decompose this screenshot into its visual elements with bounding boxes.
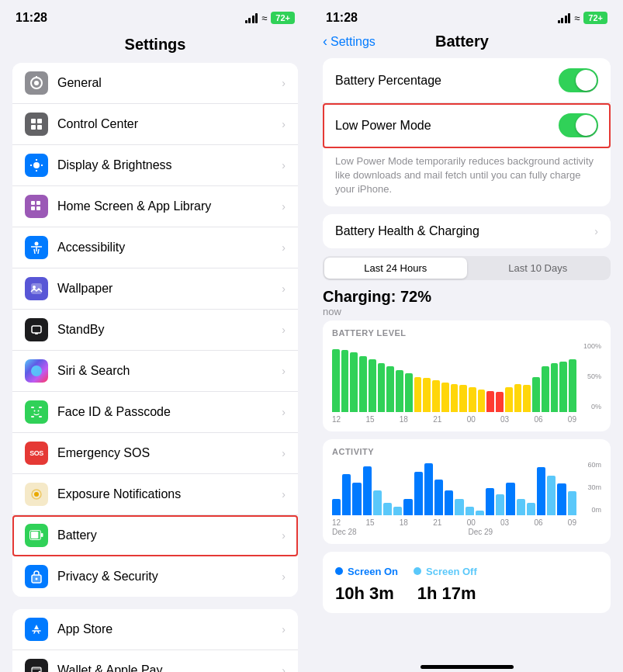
left-status-bar: 11:28 ≈ 72+ xyxy=(0,0,310,29)
sidebar-item-privacy[interactable]: Privacy & Security › xyxy=(12,556,298,597)
act-date-dec29: Dec 29 xyxy=(468,528,493,536)
tab-last-24-hours[interactable]: Last 24 Hours xyxy=(324,258,467,279)
battery-x-00: 00 xyxy=(467,415,476,424)
right-nav: ‹ Settings Battery xyxy=(310,29,623,58)
settings-group-secondary: App Store › Wallet & Apple Pay › xyxy=(0,609,310,672)
low-power-mode-toggle[interactable] xyxy=(559,113,598,137)
battery-health-card: Battery Health & Charging › xyxy=(323,214,611,248)
battery-x-21: 21 xyxy=(433,415,441,424)
act-y-30: 30m xyxy=(587,483,601,491)
sidebar-item-accessibility[interactable]: Accessibility › xyxy=(12,227,298,268)
act-bar xyxy=(486,488,494,515)
wallet-label: Wallet & Apple Pay xyxy=(57,663,282,672)
privacy-label: Privacy & Security xyxy=(57,570,282,584)
left-status-time: 11:28 xyxy=(16,11,47,25)
screen-off-time: 1h 17m xyxy=(417,584,476,604)
accessibility-icon xyxy=(25,236,48,259)
sidebar-item-appstore[interactable]: App Store › xyxy=(12,609,298,650)
battery-bar xyxy=(405,373,413,412)
svg-point-16 xyxy=(35,242,39,246)
tab-last-10-days[interactable]: Last 10 Days xyxy=(467,258,610,279)
screen-on-dot xyxy=(335,567,343,575)
screen-off-dot xyxy=(414,567,421,575)
charging-time: now xyxy=(323,306,611,317)
siri-chevron: › xyxy=(282,365,286,377)
left-panel: 11:28 ≈ 72+ Settings General › xyxy=(0,0,310,672)
battery-bar xyxy=(523,385,531,411)
sidebar-item-standby[interactable]: StandBy › xyxy=(12,310,298,351)
svg-rect-5 xyxy=(31,125,36,130)
screen-off-label: Screen Off xyxy=(426,566,477,577)
right-status-time: 11:28 xyxy=(326,11,358,25)
charging-label: Charging: 72% xyxy=(323,288,611,306)
svg-point-29 xyxy=(34,492,39,497)
act-bar xyxy=(434,480,443,515)
act-y-0: 0m xyxy=(591,506,601,514)
display-chevron: › xyxy=(282,159,286,171)
display-icon xyxy=(25,154,48,177)
activity-chart-title: ACTIVITY xyxy=(332,447,601,456)
act-x-09: 09 xyxy=(568,518,576,527)
exposure-icon xyxy=(25,483,48,506)
wallet-chevron: › xyxy=(282,664,286,672)
battery-bar xyxy=(359,356,367,412)
act-bar xyxy=(424,463,433,515)
left-signal-icon xyxy=(245,13,258,23)
svg-rect-12 xyxy=(31,201,35,205)
act-x-21: 21 xyxy=(433,518,441,527)
accessibility-label: Accessibility xyxy=(57,241,282,255)
appstore-label: App Store xyxy=(57,622,282,636)
battery-bar xyxy=(514,384,522,412)
svg-rect-13 xyxy=(36,201,40,205)
svg-point-7 xyxy=(33,162,40,168)
settings-list-main: General › Control Center › Display & Bri… xyxy=(12,63,298,597)
battery-bar xyxy=(505,387,513,412)
act-bar xyxy=(476,511,484,515)
act-bar xyxy=(352,483,361,515)
faceid-chevron: › xyxy=(282,406,286,418)
screen-times: 10h 3m 1h 17m xyxy=(335,584,598,604)
battery-health-row[interactable]: Battery Health & Charging › xyxy=(323,214,611,248)
homescreen-chevron: › xyxy=(282,200,286,213)
sidebar-item-homescreen[interactable]: Home Screen & App Library › xyxy=(12,186,298,227)
standby-label: StandBy xyxy=(57,323,282,337)
svg-rect-25 xyxy=(31,416,34,417)
act-bar xyxy=(445,490,453,515)
control-center-chevron: › xyxy=(282,118,286,130)
low-power-mode-toggle-knob xyxy=(576,115,597,136)
battery-percentage-toggle[interactable] xyxy=(559,68,598,92)
sidebar-item-faceid[interactable]: Face ID & Passcode › xyxy=(12,392,298,433)
sidebar-item-siri[interactable]: Siri & Search › xyxy=(12,351,298,392)
sidebar-item-sos[interactable]: SOS Emergency SOS › xyxy=(12,433,298,474)
battery-health-chevron: › xyxy=(594,225,598,237)
battery-health-label: Battery Health & Charging xyxy=(335,224,594,238)
back-chevron-icon: ‹ xyxy=(323,33,327,50)
battery-y-0: 0% xyxy=(591,403,601,410)
time-tabs: Last 24 Hours Last 10 Days xyxy=(323,256,611,280)
svg-rect-34 xyxy=(31,532,38,539)
sidebar-item-general[interactable]: General › xyxy=(12,63,298,104)
low-power-mode-row[interactable]: Low Power Mode xyxy=(323,103,611,148)
wallpaper-icon xyxy=(25,277,48,300)
act-bar xyxy=(393,507,402,515)
left-wifi-icon: ≈ xyxy=(261,12,267,24)
sidebar-item-control-center[interactable]: Control Center › xyxy=(12,104,298,145)
battery-percentage-row[interactable]: Battery Percentage xyxy=(323,58,611,103)
privacy-icon xyxy=(25,565,48,588)
sidebar-item-exposure[interactable]: Exposure Notifications › xyxy=(12,474,298,515)
svg-rect-14 xyxy=(31,206,35,210)
wallet-icon xyxy=(25,659,48,672)
act-bar xyxy=(466,507,474,515)
sidebar-item-wallpaper[interactable]: Wallpaper › xyxy=(12,268,298,310)
battery-bar xyxy=(459,385,467,411)
sidebar-item-wallet[interactable]: Wallet & Apple Pay › xyxy=(12,650,298,672)
back-button[interactable]: ‹ Settings xyxy=(323,33,376,50)
sidebar-item-display[interactable]: Display & Brightness › xyxy=(12,145,298,186)
wallpaper-chevron: › xyxy=(282,282,286,295)
sidebar-item-battery[interactable]: Battery › xyxy=(12,515,298,556)
standby-chevron: › xyxy=(282,324,286,336)
screen-on-time: 10h 3m xyxy=(335,584,394,604)
battery-bar xyxy=(559,362,567,412)
exposure-label: Exposure Notifications xyxy=(57,487,282,501)
battery-x-09: 09 xyxy=(568,415,576,424)
